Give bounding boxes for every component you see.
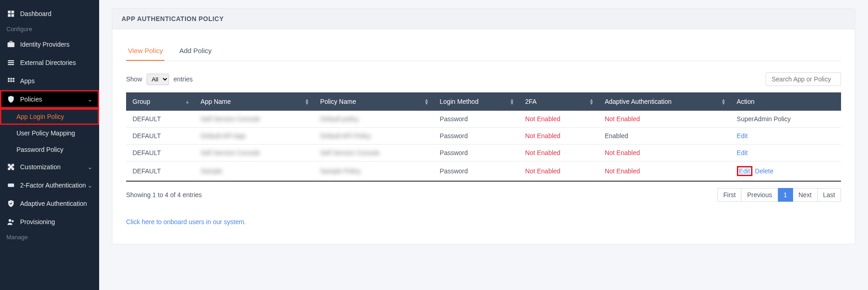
cell-action: Edit Delete — [730, 161, 841, 182]
svg-rect-4 — [8, 60, 14, 61]
cell-action: Edit — [730, 128, 841, 145]
svg-point-14 — [9, 219, 11, 222]
svg-rect-9 — [13, 78, 15, 80]
sidebar-item-label: Adaptive Authentication — [20, 200, 87, 207]
cell-login-method: Password — [434, 145, 519, 161]
cell-login-method: Password — [434, 111, 519, 128]
page-previous[interactable]: Previous — [741, 188, 778, 202]
edit-link[interactable]: Edit — [737, 166, 752, 176]
cell-policy-name: Default policy — [314, 111, 434, 128]
svg-rect-13 — [8, 183, 14, 187]
sidebar-item-apps[interactable]: Apps — [0, 72, 99, 90]
col-action: Action — [730, 92, 841, 111]
cell-action: SuperAdmin Policy — [730, 111, 841, 128]
sidebar-item-adaptive-auth[interactable]: Adaptive Authentication — [0, 194, 99, 213]
table-controls: Show All entries — [126, 72, 841, 86]
cell-policy-name: Default API Policy — [314, 128, 434, 145]
svg-rect-3 — [11, 14, 14, 17]
sidebar-item-label: App Login Policy — [16, 113, 64, 120]
page-last[interactable]: Last — [818, 188, 841, 202]
sidebar-item-label: Identity Providers — [20, 41, 69, 48]
sidebar-item-user-policy-mapping[interactable]: User Policy Mapping — [0, 125, 99, 141]
cell-action: Edit — [730, 145, 841, 161]
cell-policy-name: Sample Policy — [314, 161, 434, 182]
cell-adaptive: Not Enabled — [598, 145, 730, 161]
svg-rect-11 — [11, 81, 12, 82]
page-title: APP AUTHENTICATION POLICY — [112, 8, 855, 29]
users-icon — [6, 217, 16, 226]
sidebar-item-app-login-policy[interactable]: App Login Policy — [0, 108, 99, 125]
cell-group: DEFAULT — [126, 161, 194, 182]
sidebar-item-identity-providers[interactable]: Identity Providers — [0, 35, 99, 54]
col-2fa[interactable]: 2FA▲▼ — [519, 92, 598, 111]
key-icon — [6, 181, 16, 190]
table-head: Group App Name▲▼ Policy Name▲▼ Login Met… — [126, 92, 841, 111]
col-app-name[interactable]: App Name▲▼ — [194, 92, 314, 111]
edit-link[interactable]: Edit — [737, 149, 748, 156]
table-row: DEFAULT Default API App Default API Poli… — [126, 128, 841, 145]
onboard-link[interactable]: Click here to onboard users in our syste… — [126, 218, 841, 226]
cell-adaptive: Not Enabled — [598, 111, 730, 128]
cell-adaptive: Enabled — [598, 128, 730, 145]
tab-view-policy[interactable]: View Policy — [126, 43, 164, 61]
sidebar-item-label: User Policy Mapping — [16, 129, 75, 137]
sidebar-section-manage: Manage — [0, 231, 99, 243]
sidebar-item-policies[interactable]: Policies ⌄ — [0, 90, 99, 108]
svg-rect-2 — [8, 14, 11, 17]
table-footer: Showing 1 to 4 of 4 entries First Previo… — [126, 188, 841, 202]
puzzle-icon — [6, 162, 16, 172]
svg-rect-7 — [8, 78, 10, 80]
shield-check-icon — [6, 199, 16, 208]
sidebar-item-provisioning[interactable]: Provisioning — [0, 213, 99, 231]
cell-app-name: Sample — [194, 161, 314, 182]
sidebar-item-2fa[interactable]: 2-Factor Authentication ⌄ — [0, 176, 99, 194]
pagination: First Previous 1 Next Last — [717, 188, 841, 202]
sidebar-item-label: Policies — [20, 96, 42, 103]
sidebar-item-password-policy[interactable]: Password Policy — [0, 141, 99, 158]
table-body: DEFAULT Self Service Console Default pol… — [126, 111, 841, 181]
col-login-method[interactable]: Login Method▲▼ — [434, 92, 519, 111]
search-input[interactable] — [766, 72, 841, 86]
list-icon — [6, 58, 16, 67]
sidebar-section-configure: Configure — [0, 23, 99, 35]
sidebar-item-label: Customization — [20, 163, 61, 171]
sidebar-item-customization[interactable]: Customization ⌄ — [0, 158, 99, 176]
svg-rect-0 — [8, 11, 11, 13]
briefcase-icon — [6, 40, 16, 49]
svg-rect-5 — [8, 62, 14, 63]
page-first[interactable]: First — [717, 188, 741, 202]
edit-link[interactable]: Edit — [737, 132, 748, 140]
delete-link[interactable]: Delete — [755, 167, 773, 175]
cell-policy-name: Self Service Console — [314, 145, 434, 161]
main-content: APP AUTHENTICATION POLICY View Policy Ad… — [99, 0, 868, 290]
col-group[interactable]: Group — [126, 92, 194, 111]
cell-group: DEFAULT — [126, 145, 194, 161]
sidebar-item-external-directories[interactable]: External Directories — [0, 54, 99, 72]
col-policy-name[interactable]: Policy Name▲▼ — [314, 92, 434, 111]
page-next[interactable]: Next — [793, 188, 818, 202]
cell-2fa: Not Enabled — [519, 161, 598, 182]
cell-login-method: Password — [434, 128, 519, 145]
sidebar-item-label: Password Policy — [16, 146, 64, 153]
cell-2fa: Not Enabled — [519, 128, 598, 145]
col-adaptive[interactable]: Adaptive Authentication▲▼ — [598, 92, 730, 111]
tab-add-policy[interactable]: Add Policy — [177, 43, 213, 61]
dashboard-icon — [6, 9, 16, 18]
sidebar-item-label: Apps — [20, 77, 35, 85]
chevron-down-icon: ⌄ — [87, 96, 93, 103]
entries-label: entries — [174, 75, 193, 83]
svg-rect-10 — [8, 81, 10, 82]
cell-app-name: Self Service Console — [194, 145, 314, 161]
page-1[interactable]: 1 — [778, 188, 793, 202]
cell-group: DEFAULT — [126, 128, 194, 145]
entries-select[interactable]: All — [147, 74, 169, 85]
sidebar-item-label: Provisioning — [20, 218, 55, 226]
table-row: DEFAULT Self Service Console Self Servic… — [126, 145, 841, 161]
sidebar-item-label: 2-Factor Authentication — [20, 182, 86, 189]
chevron-down-icon: ⌄ — [87, 182, 93, 189]
grid-icon — [6, 76, 16, 86]
sidebar: Dashboard Configure Identity Providers E… — [0, 0, 99, 290]
cell-2fa: Not Enabled — [519, 145, 598, 161]
cell-group: DEFAULT — [126, 111, 194, 128]
sidebar-item-dashboard[interactable]: Dashboard — [0, 5, 99, 23]
